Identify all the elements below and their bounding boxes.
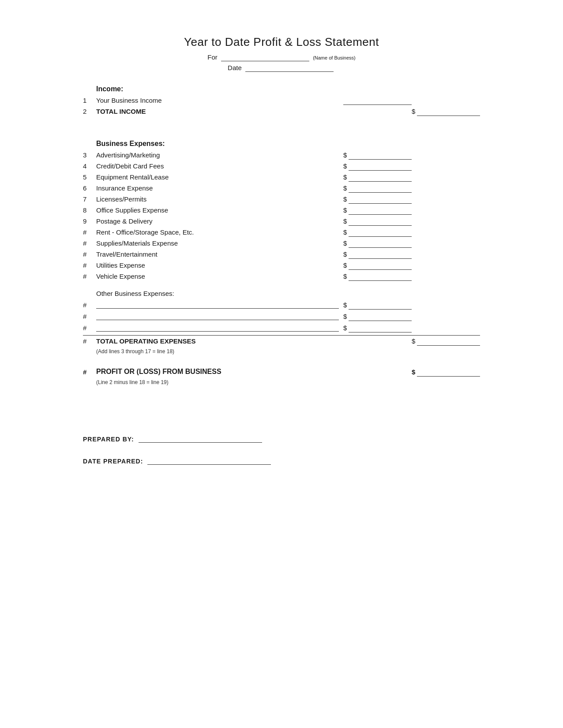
row-label-13: Utilities Expense <box>96 261 343 270</box>
row-num-10: # <box>83 228 96 237</box>
income-header: Income: <box>96 85 480 93</box>
expense-field-6[interactable] <box>349 185 412 193</box>
expense-row-6: 6 Insurance Expense $ <box>83 184 480 193</box>
profit-loss-label: PROFIT OR (LOSS) FROM BUSINESS <box>96 368 343 377</box>
expense-row-10: # Rent - Office/Storage Space, Etc. $ <box>83 228 480 237</box>
expense-mid-8: $ <box>343 206 412 215</box>
total-op-input[interactable] <box>417 338 480 346</box>
income-row-1: 1 Your Business Income $ <box>83 97 480 105</box>
total-op-field: $ <box>412 337 480 346</box>
expense-row-4: 4 Credit/Debit Card Fees $ <box>83 162 480 171</box>
expense-field-9[interactable] <box>349 218 412 226</box>
row-num-12: # <box>83 250 96 259</box>
expense-field-14[interactable] <box>349 273 412 281</box>
page-title: Year to Date Profit & Loss Statement <box>83 35 480 49</box>
for-line: For (Name of Business) <box>83 53 480 61</box>
prepared-by-label: PREPARED BY: <box>83 436 134 443</box>
expense-mid-3: $ <box>343 151 412 160</box>
total-op-note: (Add lines 3 through 17 = line 18) <box>96 348 480 355</box>
expense-field-11[interactable] <box>349 240 412 248</box>
expense-field-7[interactable] <box>349 196 412 204</box>
other-row-num-1: # <box>83 301 96 310</box>
row-label-6: Insurance Expense <box>96 184 343 193</box>
other-field-2[interactable] <box>349 313 412 321</box>
business-name-field[interactable] <box>221 53 309 61</box>
total-op-dollar: $ <box>412 337 415 346</box>
other-label-field-1[interactable] <box>96 301 339 309</box>
profit-loss-row: # PROFIT OR (LOSS) FROM BUSINESS $ $ <box>83 368 480 377</box>
row-num-6: 6 <box>83 184 96 193</box>
expense-field-13[interactable] <box>349 262 412 270</box>
expenses-header: Business Expenses: <box>96 140 480 148</box>
total-operating-row: # TOTAL OPERATING EXPENSES $ $ <box>83 335 480 346</box>
row-label-4: Credit/Debit Card Fees <box>96 162 343 171</box>
row-num-8: 8 <box>83 206 96 215</box>
expense-row-8: 8 Office Supplies Expense $ <box>83 206 480 215</box>
row-num-1: 1 <box>83 97 96 105</box>
row-label-2: TOTAL INCOME <box>96 108 343 116</box>
date-prepared-input[interactable] <box>147 456 271 465</box>
expense-mid-14: $ <box>343 273 412 281</box>
expense-row-7: 7 Licenses/Permits $ <box>83 195 480 204</box>
expense-field-3[interactable] <box>349 152 412 160</box>
total-income-input[interactable] <box>417 108 480 116</box>
expense-field-8[interactable] <box>349 207 412 215</box>
other-field-1[interactable] <box>349 302 412 310</box>
row-label-14: Vehicle Expense <box>96 273 343 281</box>
prepared-by-row: PREPARED BY: <box>83 434 480 443</box>
expense-mid-12: $ <box>343 250 412 259</box>
expense-mid-5: $ <box>343 173 412 182</box>
prepared-section: PREPARED BY: DATE PREPARED: <box>83 434 480 465</box>
expense-field-10[interactable] <box>349 229 412 237</box>
other-expense-row-3: # $ <box>83 324 480 332</box>
row-num-5: 5 <box>83 173 96 182</box>
expense-row-3: 3 Advertising/Marketing $ $ <box>83 151 480 160</box>
expense-field-4[interactable] <box>349 163 412 171</box>
other-label-field-2[interactable] <box>96 312 339 320</box>
row-num-13: # <box>83 261 96 270</box>
profit-loss-input[interactable] <box>417 369 480 377</box>
expense-row-12: # Travel/Entertainment $ <box>83 250 480 259</box>
row-num-14: # <box>83 273 96 281</box>
row-label-7: Licenses/Permits <box>96 195 343 204</box>
other-mid-1: $ <box>343 301 412 310</box>
row-num-3: 3 <box>83 151 96 160</box>
document: Year to Date Profit & Loss Statement For… <box>83 35 480 465</box>
income-field-1[interactable] <box>343 97 412 105</box>
other-expense-row-1: # $ <box>83 301 480 310</box>
date-field[interactable] <box>245 64 334 72</box>
row-num-9: 9 <box>83 217 96 226</box>
other-row-num-3: # <box>83 324 96 332</box>
expense-row-13: # Utilities Expense $ <box>83 261 480 270</box>
date-prepared-row: DATE PREPARED: <box>83 456 480 465</box>
row-label-12: Travel/Entertainment <box>96 250 343 259</box>
expense-field-5[interactable] <box>349 174 412 182</box>
total-op-label: TOTAL OPERATING EXPENSES <box>96 337 343 346</box>
row-num-4: 4 <box>83 162 96 171</box>
expense-mid-13: $ <box>343 261 412 270</box>
expense-mid-6: $ <box>343 184 412 193</box>
for-label: For <box>207 53 218 61</box>
prepared-by-input[interactable] <box>139 434 262 443</box>
row-label-10: Rent - Office/Storage Space, Etc. <box>96 228 343 237</box>
income-amount-1 <box>343 97 412 105</box>
profit-loss-note: (Line 2 minus line 18 = line 19) <box>96 379 480 385</box>
total-income-dollar: $ <box>412 108 415 116</box>
other-mid-3: $ <box>343 324 412 332</box>
row-label-9: Postage & Delivery <box>96 217 343 226</box>
expense-row-14: # Vehicle Expense $ <box>83 273 480 281</box>
row-label-8: Office Supplies Expense <box>96 206 343 215</box>
expense-mid-11: $ <box>343 239 412 248</box>
other-label-field-3[interactable] <box>96 324 339 332</box>
expense-mid-9: $ <box>343 217 412 226</box>
name-of-business-label: (Name of Business) <box>313 55 356 60</box>
expense-mid-7: $ <box>343 195 412 204</box>
date-line: Date <box>83 64 480 72</box>
expense-row-5: 5 Equipment Rental/Lease $ <box>83 173 480 182</box>
expense-field-12[interactable] <box>349 251 412 259</box>
total-op-num: # <box>83 337 96 346</box>
row-num-7: 7 <box>83 195 96 204</box>
total-income-field: $ <box>412 108 480 116</box>
date-prepared-label: DATE PREPARED: <box>83 458 143 465</box>
other-field-3[interactable] <box>349 325 412 332</box>
